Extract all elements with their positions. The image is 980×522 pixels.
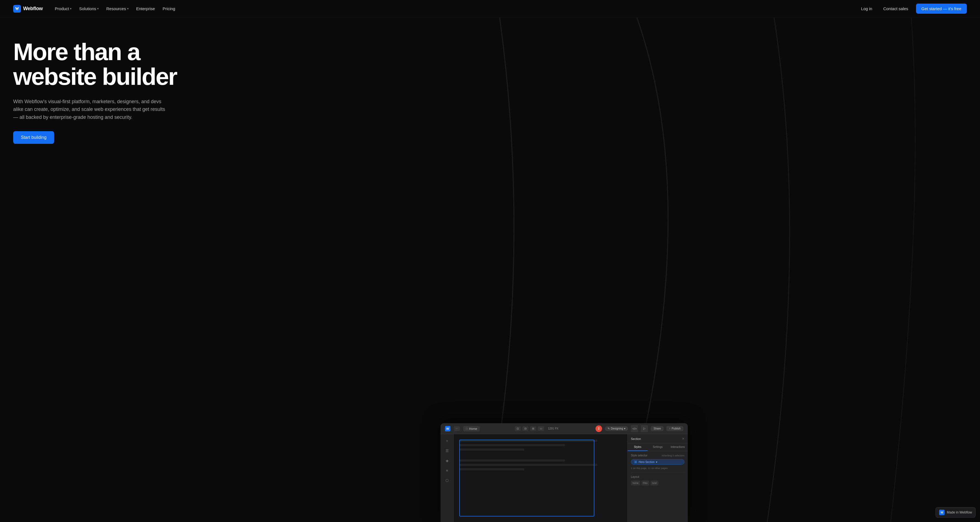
get-started-button[interactable]: Get started — it's free [916,3,967,14]
canvas-width-display: 1291 PX [546,427,561,430]
editor-topbar: W ··· □ Home ⊡ ⊟ ⊞ ▭ 1291 PX 2 [441,423,688,434]
panel-divider [631,472,684,473]
code-view-button[interactable]: </> [631,425,638,432]
style-selector-row: Style selector Inheriting 5 selectors [631,454,684,457]
made-in-webflow-badge[interactable]: W Made in Webflow [935,507,975,517]
chevron-down-icon: ▾ [656,460,657,463]
editor-topbar-center: ⊡ ⊟ ⊞ ▭ 1291 PX [515,426,561,431]
editor-topbar-left: W ··· □ Home [445,426,480,432]
canvas-placeholder-line [459,464,597,466]
editor-home-tab[interactable]: □ Home [463,426,480,432]
canvas-placeholder-line [459,449,524,451]
nav-pricing[interactable]: Pricing [159,5,178,13]
editor-webflow-logo: W [445,426,450,432]
selector-usage-info: 1 on this page, 11 on other pages [631,467,684,470]
settings-tab[interactable]: Settings [648,444,668,451]
contact-sales-button[interactable]: Contact sales [880,5,912,13]
section-icon: ⊡ [634,460,637,463]
editor-more-options[interactable]: ··· [454,426,460,431]
nav-left: Webflow Product ▾ Solutions ▾ Resources … [13,5,178,13]
chevron-down-icon: ▾ [127,7,129,10]
pencil-icon: ✎ [608,427,610,430]
editor-right-panel: Section ✕ Styles Settings Interactions S… [627,434,688,522]
assets-icon[interactable]: ⬡ [443,476,451,484]
page-icon: □ [466,427,467,430]
design-mode-pill[interactable]: ✎ Designing ▾ [605,426,628,431]
preview-button[interactable]: ▷ [641,425,648,432]
nav-solutions[interactable]: Solutions ▾ [76,5,102,13]
hero-section: More than a website builder With Webflow… [0,17,980,522]
layers-icon[interactable]: ≡ [443,466,451,474]
nav-resources[interactable]: Resources ▾ [103,5,132,13]
nav-links: Product ▾ Solutions ▾ Resources ▾ Enterp… [52,5,178,13]
layout-option[interactable]: None [631,481,640,486]
editor-body: + ☰ ◈ ≡ ⬡ [441,434,688,522]
hero-subtitle: With Webflow's visual-first platform, ma… [13,98,167,121]
webflow-logo-icon [13,5,21,13]
interactions-tab[interactable]: Interactions [668,444,688,451]
hero-title: More than a website builder [13,40,228,89]
collaborator-avatar: 2 [595,425,602,432]
canvas-content [454,434,627,476]
nav-product[interactable]: Product ▾ [52,5,75,13]
tablet-view-button[interactable]: ⊟ [522,426,528,431]
mobile-landscape-button[interactable]: ⊞ [530,426,536,431]
svg-rect-0 [13,5,21,13]
add-element-icon[interactable]: + [443,437,451,444]
chevron-down-icon: ▾ [624,427,625,430]
panel-header: Section ✕ [628,434,688,444]
navigation: Webflow Product ▾ Solutions ▾ Resources … [0,0,980,17]
login-button[interactable]: Log in [858,5,876,13]
nav-right: Log in Contact sales Get started — it's … [858,3,967,14]
inheriting-label: Inheriting 5 selectors [662,454,684,457]
start-building-button[interactable]: Start building [13,131,54,144]
canvas-placeholder-line [459,439,597,442]
made-in-webflow-label: Made in Webflow [947,511,972,514]
logo-text: Webflow [23,6,43,11]
editor-topbar-right: 2 ✎ Designing ▾ </> ▷ Share ↑ Publish [595,425,683,432]
publish-button[interactable]: ↑ Publish [667,426,683,431]
chevron-down-icon: ▾ [97,7,99,10]
styles-tab[interactable]: Styles [628,444,648,451]
cms-icon[interactable]: ◈ [443,457,451,464]
hero-section-selector[interactable]: ⊡ Hero Section ▾ [631,459,684,465]
hero-content: More than a website builder With Webflow… [13,40,228,144]
panel-title: Section [631,437,641,441]
chevron-down-icon: ▾ [70,7,72,10]
layout-row: Layout [631,475,684,478]
mobile-portrait-button[interactable]: ▭ [538,426,544,431]
webflow-badge-logo: W [939,510,945,515]
share-button[interactable]: Share [651,426,663,431]
layout-label: Layout [631,475,639,478]
panel-body: Style selector Inheriting 5 selectors ⊡ … [628,451,688,488]
layout-option-grid[interactable]: Grid [651,481,659,486]
nav-enterprise[interactable]: Enterprise [133,5,158,13]
canvas-placeholder-line [459,468,524,470]
style-selector-label: Style selector [631,454,648,457]
pages-icon[interactable]: ☰ [443,447,451,454]
panel-tabs: Styles Settings Interactions [628,444,688,451]
logo-link[interactable]: Webflow [13,5,43,13]
layout-option-flex[interactable]: Flex [641,481,649,486]
canvas-placeholder-line [459,459,565,462]
editor-window: W ··· □ Home ⊡ ⊟ ⊞ ▭ 1291 PX 2 [441,423,688,522]
desktop-view-button[interactable]: ⊡ [515,426,521,431]
editor-canvas [454,434,627,522]
panel-close-icon[interactable]: ✕ [682,437,684,441]
editor-left-sidebar: + ☰ ◈ ≡ ⬡ [441,434,454,522]
editor-preview: W ··· □ Home ⊡ ⊟ ⊞ ▭ 1291 PX 2 [441,423,688,522]
publish-icon: ↑ [669,427,670,430]
canvas-placeholder-line [459,444,565,446]
